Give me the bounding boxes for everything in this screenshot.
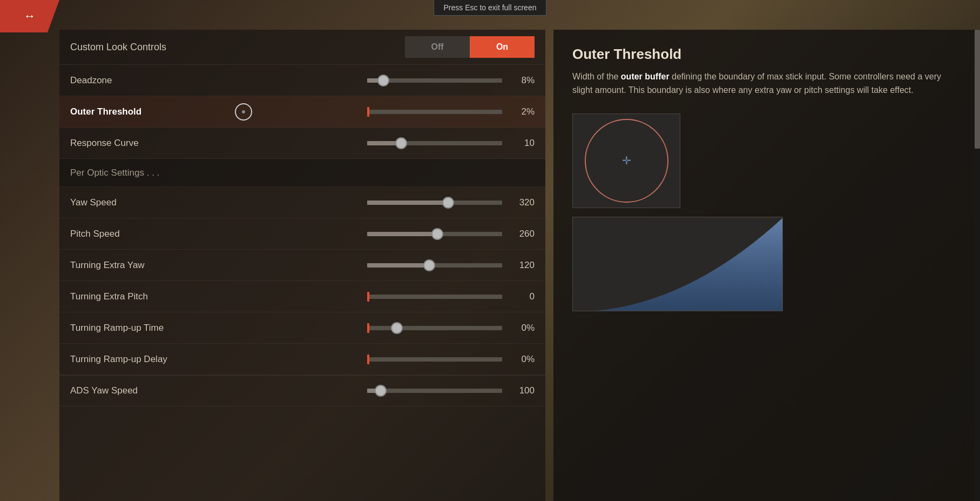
outer-threshold-row: Outer Threshold 2% [59,96,545,128]
custom-look-controls-row: Custom Look Controls Off On [59,30,545,65]
yaw-speed-row: Yaw Speed 320 [59,187,545,218]
turning-extra-pitch-marker [367,292,369,302]
deadzone-row: Deadzone 8% [59,65,545,96]
turning-rampup-time-row: Turning Ramp-up Time 0% [59,312,545,344]
turning-extra-yaw-value: 120 [502,260,535,271]
pitch-speed-label: Pitch Speed [70,229,367,239]
settings-container: Custom Look Controls Off On Deadzone 8% … [59,30,545,501]
turning-rampup-time-value: 0% [502,323,535,333]
yaw-speed-slider-area[interactable] [367,201,502,205]
turning-rampup-time-slider-area[interactable] [367,326,502,330]
circle-diagram: ✛ [572,113,680,208]
fullscreen-notification: Press Esc to exit full screen [434,0,547,16]
per-optic-label[interactable]: Per Optic Settings . . . [70,168,367,178]
fullscreen-message: Press Esc to exit full screen [444,3,537,12]
tooltip-title: Outer Threshold [572,46,961,63]
toggle-group: Off On [405,36,535,58]
right-panel: Outer Threshold Width of the outer buffe… [553,30,980,501]
turning-extra-pitch-value: 0 [502,291,535,302]
turning-extra-pitch-row: Turning Extra Pitch 0 [59,281,545,312]
per-optic-row[interactable]: Per Optic Settings . . . [59,159,545,187]
turning-extra-yaw-row: Turning Extra Yaw 120 [59,250,545,281]
tooltip-bold-text: outer buffer [621,72,670,81]
turning-rampup-delay-track[interactable] [367,357,502,362]
outer-threshold-label: Outer Threshold [70,106,367,117]
turning-rampup-delay-row: Turning Ramp-up Delay 0% [59,344,545,375]
yaw-speed-label: Yaw Speed [70,197,367,208]
turning-extra-pitch-track[interactable] [367,295,502,299]
response-curve-slider-area[interactable] [367,141,502,145]
pitch-speed-slider-area[interactable] [367,232,502,236]
pitch-speed-row: Pitch Speed 260 [59,218,545,250]
response-curve-thumb[interactable] [395,137,407,149]
deadzone-thumb[interactable] [377,75,389,86]
turning-rampup-time-label: Turning Ramp-up Time [70,323,367,333]
logo-icon: ↔ [24,9,36,23]
active-indicator [235,103,252,121]
outer-threshold-slider-area[interactable] [367,110,502,114]
crosshair-icon: ✛ [622,154,631,167]
scrollbar-thumb[interactable] [975,30,980,149]
turning-rampup-delay-value: 0% [502,354,535,365]
turning-extra-pitch-slider-area[interactable] [367,295,502,299]
ads-yaw-speed-thumb[interactable] [375,385,387,397]
turning-extra-yaw-label: Turning Extra Yaw [70,260,367,271]
toggle-off-button[interactable]: Off [405,36,470,58]
curve-diagram [572,217,783,311]
deadzone-slider-area[interactable] [367,78,502,83]
deadzone-value: 8% [502,75,535,86]
turning-rampup-delay-slider-area[interactable] [367,357,502,362]
ads-yaw-speed-row: ADS Yaw Speed 100 [59,375,545,406]
tooltip-body: Width of the outer buffer defining the b… [572,70,961,97]
pitch-speed-track[interactable] [367,232,502,236]
custom-look-label: Custom Look Controls [70,42,367,53]
turning-extra-pitch-label: Turning Extra Pitch [70,291,367,302]
response-curve-track[interactable] [367,141,502,145]
response-curve-row: Response Curve 10 [59,128,545,159]
turning-rampup-delay-label: Turning Ramp-up Delay [70,354,367,365]
yaw-speed-thumb[interactable] [442,197,454,209]
yaw-speed-value: 320 [502,197,535,208]
active-dot [242,110,245,113]
yaw-speed-track[interactable] [367,201,502,205]
circle-outer: ✛ [585,119,668,203]
deadzone-track[interactable] [367,78,502,83]
turning-rampup-time-thumb[interactable] [391,322,403,334]
turning-extra-yaw-fill [367,263,429,268]
toggle-on-button[interactable]: On [470,36,535,58]
ads-yaw-speed-value: 100 [502,385,535,396]
pitch-speed-thumb[interactable] [431,228,443,240]
pitch-speed-fill [367,232,437,236]
tooltip-text-1: Width of the [572,72,621,81]
ads-yaw-speed-track[interactable] [367,389,502,393]
ads-yaw-speed-slider-area[interactable] [367,389,502,393]
outer-threshold-value: 2% [502,106,535,117]
turning-rampup-delay-marker [367,355,369,364]
outer-threshold-marker [367,107,369,117]
curve-svg [573,217,783,311]
turning-rampup-time-marker [367,323,369,333]
turning-rampup-time-track[interactable] [367,326,502,330]
response-curve-label: Response Curve [70,138,367,149]
outer-threshold-track[interactable] [367,110,502,114]
pitch-speed-value: 260 [502,229,535,239]
viz-container: ✛ [572,113,961,311]
yaw-speed-fill [367,201,448,205]
turning-extra-yaw-slider-area[interactable] [367,263,502,268]
turning-extra-yaw-thumb[interactable] [423,259,435,271]
ads-yaw-speed-label: ADS Yaw Speed [70,385,367,396]
deadzone-label: Deadzone [70,75,367,86]
response-curve-value: 10 [502,138,535,149]
scrollbar[interactable] [975,30,980,501]
turning-extra-yaw-track[interactable] [367,263,502,268]
settings-panel: Custom Look Controls Off On Deadzone 8% … [59,30,545,501]
